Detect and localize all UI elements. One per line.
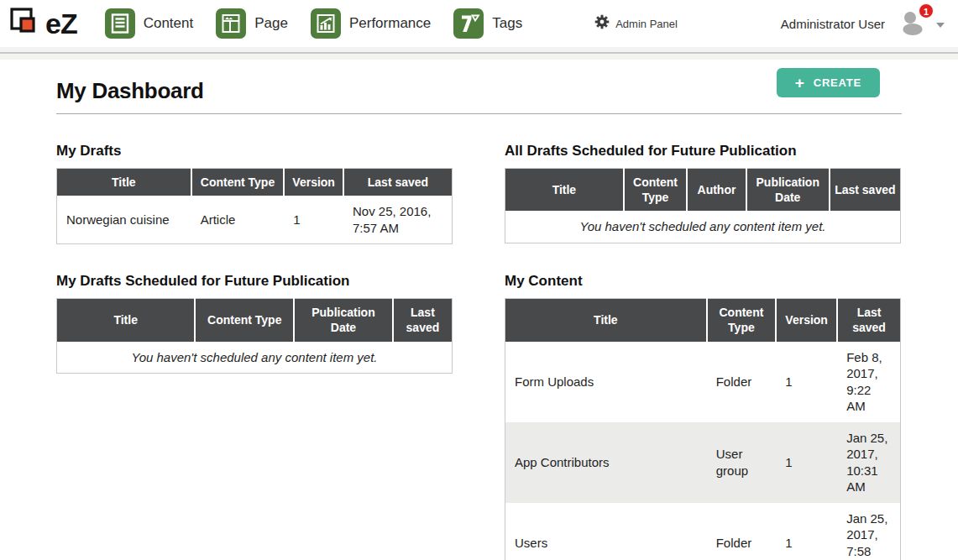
table-cell: Form Uploads (505, 342, 707, 422)
create-button-label: CREATE (814, 76, 861, 89)
header-row: TitleContent TypePublication DateLast sa… (57, 299, 453, 342)
column-header-publication-date: Publication Date (746, 169, 830, 212)
empty-row: You haven't scheduled any content item y… (57, 342, 453, 374)
section-my-drafts-scheduled: My Drafts Scheduled for Future Publicati… (56, 273, 453, 374)
table-cell: Article (191, 196, 285, 244)
my-content-table: TitleContent TypeVersionLast savedForm U… (505, 298, 901, 560)
table-cell: User group (707, 422, 776, 503)
section-title-my-content: My Content (505, 273, 901, 290)
column-header-version: Version (284, 169, 343, 196)
nav-item-performance-label: Performance (349, 15, 431, 32)
column-header-title: Title (57, 299, 196, 342)
empty-row: You haven't scheduled any content item y… (505, 211, 901, 243)
nav-item-tags[interactable]: Tags (453, 8, 522, 39)
create-button[interactable]: + CREATE (777, 68, 880, 97)
column-header-last-saved: Last saved (393, 299, 453, 342)
empty-message: You haven't scheduled any content item y… (505, 211, 901, 243)
section-title-all-drafts-scheduled: All Drafts Scheduled for Future Publicat… (505, 143, 901, 160)
table-row[interactable]: App ContributorsUser group1Jan 25, 2017,… (505, 422, 901, 503)
section-title-my-drafts-scheduled: My Drafts Scheduled for Future Publicati… (56, 273, 453, 290)
table-cell: Folder (707, 503, 776, 560)
section-title-my-drafts: My Drafts (56, 143, 453, 160)
chevron-down-icon[interactable] (936, 23, 945, 28)
content-icon (105, 8, 135, 39)
table-cell: Jan 25, 2017, 7:58 AM (837, 503, 900, 560)
header-row: TitleContent TypeAuthorPublication DateL… (505, 169, 901, 212)
nav-item-tags-label: Tags (492, 15, 522, 32)
top-navigation: eZ Content (0, 0, 958, 47)
user-name: Administrator User (781, 17, 885, 31)
column-header-title: Title (57, 169, 191, 196)
table-row[interactable]: Norwegian cuisineArticle1Nov 25, 2016, 7… (57, 196, 453, 244)
table-cell: Jan 25, 2017, 10:31 AM (837, 422, 900, 503)
gear-icon (594, 14, 610, 33)
header-row: TitleContent TypeVersionLast saved (57, 169, 453, 196)
title-rule (56, 113, 902, 114)
column-header-content-type: Content Type (707, 299, 776, 342)
nav-item-content-label: Content (144, 15, 194, 32)
column-header-last-saved: Last saved (837, 299, 900, 342)
nav-item-content[interactable]: Content (105, 8, 194, 39)
column-header-last-saved: Last saved (830, 169, 901, 212)
table-cell: 1 (284, 196, 343, 244)
column-header-publication-date: Publication Date (294, 299, 393, 342)
table-cell: Norwegian cuisine (57, 196, 191, 244)
column-header-content-type: Content Type (191, 169, 285, 196)
user-area: Administrator User 1 (781, 9, 945, 38)
column-header-author: Author (687, 169, 746, 212)
column-header-content-type: Content Type (624, 169, 687, 212)
ez-logo-text: eZ (45, 8, 77, 40)
section-my-drafts: My Drafts TitleContent TypeVersionLast s… (56, 143, 453, 244)
nav-item-page-label: Page (254, 15, 288, 32)
table-cell: Users (505, 503, 707, 560)
column-header-last-saved: Last saved (343, 169, 453, 196)
table-cell: 1 (776, 422, 837, 503)
nav-item-page[interactable]: Page (216, 8, 288, 39)
table-cell: Folder (707, 342, 776, 422)
avatar[interactable]: 1 (898, 9, 929, 38)
column-header-title: Title (505, 299, 707, 342)
dashboard-grid: My Drafts TitleContent TypeVersionLast s… (56, 143, 902, 560)
nav-divider (0, 47, 958, 60)
column-header-title: Title (505, 169, 624, 212)
tags-icon (453, 8, 484, 39)
table-cell: 1 (776, 342, 837, 422)
table-cell: 1 (776, 503, 837, 560)
empty-message: You haven't scheduled any content item y… (57, 342, 453, 374)
table-cell: Feb 8, 2017, 9:22 AM (837, 342, 900, 422)
page-title: My Dashboard (56, 78, 902, 104)
all-drafts-scheduled-table: TitleContent TypeAuthorPublication DateL… (505, 168, 901, 243)
admin-panel-label: Admin Panel (615, 18, 678, 30)
performance-icon (311, 8, 341, 39)
admin-panel-button[interactable]: Admin Panel (594, 14, 678, 33)
ez-logo[interactable]: eZ (8, 5, 77, 42)
column-header-version: Version (776, 299, 837, 342)
section-all-drafts-scheduled: All Drafts Scheduled for Future Publicat… (505, 143, 901, 243)
table-row[interactable]: Form UploadsFolder1Feb 8, 2017, 9:22 AM (505, 342, 901, 422)
notification-badge: 1 (919, 3, 934, 18)
table-cell: App Contributors (505, 422, 707, 503)
ez-logo-icon (8, 5, 44, 42)
page-icon (216, 8, 246, 39)
section-my-content: My Content TitleContent TypeVersionLast … (505, 273, 901, 560)
plus-icon: + (795, 77, 805, 88)
main-menu: Content Page (105, 8, 523, 39)
my-drafts-scheduled-table: TitleContent TypePublication DateLast sa… (56, 298, 453, 374)
nav-item-performance[interactable]: Performance (311, 8, 431, 39)
title-row: My Dashboard + CREATE (56, 60, 902, 104)
header-row: TitleContent TypeVersionLast saved (505, 299, 901, 342)
column-header-content-type: Content Type (195, 299, 294, 342)
table-row[interactable]: UsersFolder1Jan 25, 2017, 7:58 AM (505, 503, 901, 560)
table-cell: Nov 25, 2016, 7:57 AM (343, 196, 453, 244)
my-drafts-table: TitleContent TypeVersionLast savedNorweg… (56, 168, 453, 244)
dashboard-main: My Dashboard + CREATE My Drafts TitleCon… (0, 60, 958, 560)
